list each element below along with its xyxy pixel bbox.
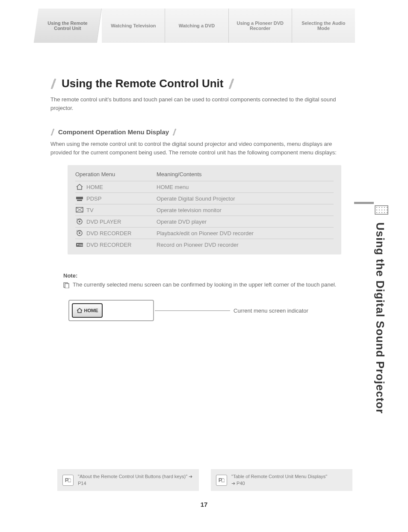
connector-line bbox=[157, 310, 230, 311]
side-tab-marker bbox=[354, 202, 374, 204]
arrow-icon: ➜ bbox=[231, 481, 237, 486]
menu-name: DVD RECORDER bbox=[86, 242, 131, 248]
note-icon bbox=[63, 282, 69, 290]
footer-references: P "About the Remote Control Unit Buttons… bbox=[57, 469, 352, 491]
indicator-label: Current menu screen indicator bbox=[234, 307, 308, 314]
menu-desc: Record on Pioneer DVD recorder bbox=[157, 242, 334, 248]
indicator-figure: HOME Current menu screen indicator bbox=[68, 300, 350, 321]
svg-text:DVD: DVD bbox=[77, 230, 81, 232]
ref-title: "About the Remote Control Unit Buttons (… bbox=[78, 474, 187, 479]
rec-icon: REC bbox=[75, 241, 84, 248]
tab-audio-mode[interactable]: Selecting the Audio Mode bbox=[292, 9, 355, 43]
svg-point-4 bbox=[79, 221, 80, 222]
page-ref-icon: P bbox=[62, 475, 74, 486]
slash-decor-icon bbox=[172, 129, 177, 136]
home-icon bbox=[75, 183, 84, 190]
col-header: Meaning/Contents bbox=[157, 171, 334, 177]
dvd-recorder-icon: DVD bbox=[75, 230, 84, 236]
arrow-icon: ➜ bbox=[189, 474, 192, 479]
page-title: Using the Remote Control Unit bbox=[62, 77, 223, 90]
menu-name: DVD PLAYER bbox=[86, 219, 121, 225]
page-number: 17 bbox=[0, 501, 408, 508]
heading-row: Using the Remote Control Unit bbox=[50, 77, 350, 90]
menu-desc: HOME menu bbox=[157, 184, 334, 190]
tab-dvd-recorder[interactable]: Using a Pioneer DVD Recorder bbox=[229, 9, 292, 43]
svg-point-7 bbox=[79, 232, 80, 234]
tab-watching-dvd[interactable]: Watching a DVD bbox=[165, 9, 228, 43]
slash-decor-icon bbox=[50, 129, 55, 136]
menu-name: TV bbox=[86, 207, 94, 213]
home-chip: HOME bbox=[72, 303, 103, 318]
table-row: DVD DVD RECORDER Playback/edit on Pionee… bbox=[75, 227, 334, 239]
menu-desc: Operate DVD player bbox=[157, 219, 334, 225]
tab-label: Selecting the Audio Mode bbox=[296, 21, 352, 31]
svg-text:REC: REC bbox=[79, 244, 83, 246]
tab-label: Using the Remote Control Unit bbox=[39, 21, 95, 31]
tv-icon bbox=[75, 207, 84, 213]
menu-desc: Operate Digital Sound Projector bbox=[157, 195, 334, 202]
svg-text:DVD: DVD bbox=[77, 218, 81, 221]
side-dots-icon bbox=[375, 205, 388, 215]
subheading-row: Component Operation Menu Display bbox=[50, 128, 350, 136]
dvd-player-icon: DVD bbox=[75, 218, 84, 225]
ref-page: P40 bbox=[237, 481, 245, 486]
table-header: Operation Menu Meaning/Contents bbox=[75, 171, 334, 181]
svg-point-10 bbox=[77, 244, 79, 245]
operation-menu-table: Operation Menu Meaning/Contents HOME HOM… bbox=[68, 165, 341, 254]
note-block: Note: The currently selected menu screen… bbox=[63, 272, 350, 290]
reference-box: P "Table of Remote Control Unit Menu Dis… bbox=[211, 469, 352, 491]
menu-name: DVD RECORDER bbox=[86, 230, 131, 236]
menu-name: PDSP bbox=[86, 195, 101, 202]
menu-desc: Playback/edit on Pioneer DVD recorder bbox=[157, 230, 334, 236]
svg-rect-1 bbox=[77, 200, 82, 201]
tab-label: Watching Television bbox=[111, 23, 156, 28]
section-title: Component Operation Menu Display bbox=[58, 128, 169, 136]
side-section-label: Using the Digital Sound Projector bbox=[373, 222, 387, 414]
table-row: HOME HOME menu bbox=[75, 181, 334, 192]
note-text: The currently selected menu screen can b… bbox=[73, 281, 336, 288]
table-row: TV Operate television monitor bbox=[75, 204, 334, 216]
table-row: DVD DVD PLAYER Operate DVD player bbox=[75, 216, 334, 227]
svg-rect-0 bbox=[76, 197, 83, 199]
home-icon bbox=[77, 308, 83, 313]
section-text: When using the remote control unit to co… bbox=[50, 140, 350, 157]
col-header: Operation Menu bbox=[75, 171, 157, 177]
intro-text: The remote control unit's buttons and to… bbox=[50, 95, 350, 112]
chip-label: HOME bbox=[84, 308, 98, 313]
page-ref-icon: P bbox=[216, 475, 227, 486]
table-row: PDSP Operate Digital Sound Projector bbox=[75, 192, 334, 204]
menu-desc: Operate television monitor bbox=[157, 207, 334, 213]
slash-decor-icon bbox=[228, 79, 234, 89]
ref-title: "Table of Remote Control Unit Menu Displ… bbox=[231, 474, 327, 479]
tab-watching-tv[interactable]: Watching Television bbox=[102, 9, 165, 43]
svg-rect-13 bbox=[65, 284, 69, 288]
reference-box: P "About the Remote Control Unit Buttons… bbox=[57, 469, 199, 491]
tab-remote-control[interactable]: Using the Remote Control Unit bbox=[34, 9, 102, 43]
projector-icon bbox=[75, 195, 84, 202]
tab-label: Watching a DVD bbox=[179, 23, 215, 28]
nav-tabs: Using the Remote Control Unit Watching T… bbox=[38, 9, 355, 43]
note-title: Note: bbox=[63, 272, 350, 279]
main-content: Using the Remote Control Unit The remote… bbox=[50, 77, 350, 321]
table-row: REC DVD RECORDER Record on Pioneer DVD r… bbox=[75, 239, 334, 250]
slash-decor-icon bbox=[50, 79, 56, 89]
menu-name: HOME bbox=[86, 184, 103, 190]
tab-label: Using a Pioneer DVD Recorder bbox=[232, 21, 288, 31]
touch-panel-frame: HOME bbox=[68, 300, 154, 321]
ref-page: P14 bbox=[78, 481, 86, 486]
